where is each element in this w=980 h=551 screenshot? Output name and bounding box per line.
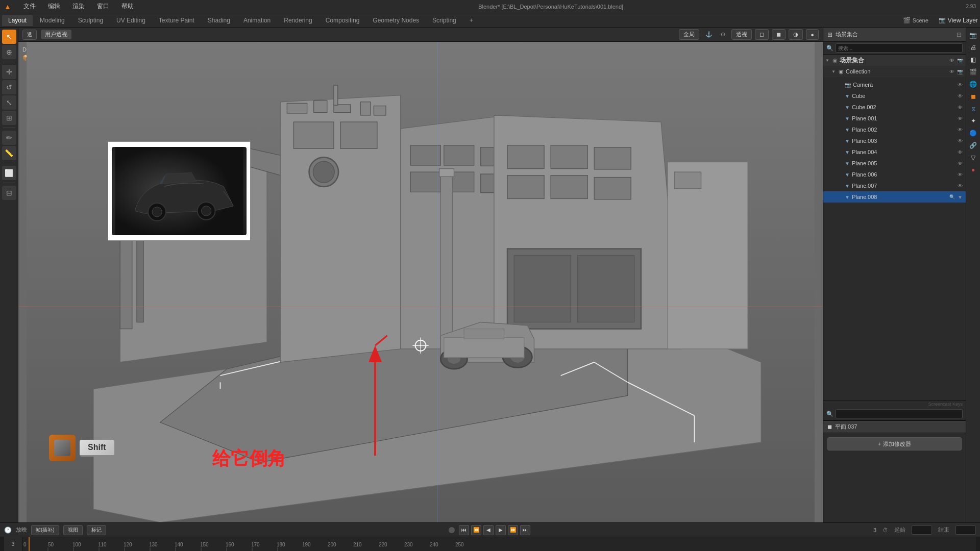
cube-vis[interactable]: 👁 xyxy=(957,92,964,99)
viewport-overlay-btn[interactable]: 透视 xyxy=(731,29,752,40)
view-layer-label[interactable]: View Layer xyxy=(948,17,978,24)
menu-edit[interactable]: 编辑 xyxy=(46,1,62,12)
tab-animation[interactable]: Animation xyxy=(237,15,277,26)
plane002-vis[interactable]: 👁 xyxy=(957,126,964,133)
collection-render-icon[interactable]: 📷 xyxy=(957,68,964,75)
markers-menu[interactable]: 标记 xyxy=(87,525,106,535)
tab-rendering[interactable]: Rendering xyxy=(278,15,318,26)
view-menu[interactable]: 视图 xyxy=(63,525,83,535)
menu-file[interactable]: 文件 xyxy=(21,1,38,12)
prop-particles-icon[interactable]: ✦ xyxy=(968,115,979,127)
tool-scale[interactable]: ⤡ xyxy=(2,95,16,110)
properties-search-input[interactable] xyxy=(836,409,963,418)
step-forward-btn[interactable]: ⏩ xyxy=(508,525,518,535)
tool-measure[interactable]: 📏 xyxy=(2,146,16,160)
skip-start-btn[interactable]: ⏮ xyxy=(459,525,469,535)
tab-add[interactable]: + xyxy=(463,15,479,26)
plane006-vis[interactable]: 👁 xyxy=(957,171,964,178)
prop-material-icon[interactable]: ● xyxy=(968,164,979,176)
cube002-vis[interactable]: 👁 xyxy=(957,104,964,111)
plane008-filter[interactable]: ▼ xyxy=(957,193,964,201)
skip-end-btn[interactable]: ⏭ xyxy=(520,525,530,535)
viewport-shading-rendered[interactable]: ● xyxy=(806,29,819,40)
fps-selector[interactable]: 帧(插补) xyxy=(31,525,59,535)
step-back-btn[interactable]: ⏪ xyxy=(471,525,481,535)
tool-extra[interactable]: ⊟ xyxy=(2,186,16,200)
visibility-icon[interactable]: 👁 xyxy=(948,57,955,64)
filter-icon[interactable]: ⊟ xyxy=(957,31,962,38)
prop-constraints-icon[interactable]: 🔗 xyxy=(968,140,979,151)
viewport-shading-wireframe[interactable]: ◻ xyxy=(755,29,769,40)
tab-modeling[interactable]: Modeling xyxy=(34,15,71,26)
outliner-item-plane003[interactable]: ▼ Plane.003 👁 xyxy=(823,135,966,146)
play-reverse-btn[interactable]: ◀ xyxy=(483,525,494,535)
outliner-item-plane001[interactable]: ▼ Plane.001 👁 xyxy=(823,113,966,124)
prop-output-icon[interactable]: 🖨 xyxy=(968,42,979,53)
prop-render-icon[interactable]: 📷 xyxy=(968,30,979,41)
tab-shading[interactable]: Shading xyxy=(202,15,236,26)
outliner-collection-item[interactable]: ▼ ◉ Collection 👁 📷 xyxy=(823,66,966,77)
tab-layout[interactable]: Layout xyxy=(2,15,33,26)
plane005-vis[interactable]: 👁 xyxy=(957,160,964,167)
plane001-vis[interactable]: 👁 xyxy=(957,115,964,122)
tool-select[interactable]: ↖ xyxy=(2,30,16,44)
tool-rotate[interactable]: ↺ xyxy=(2,80,16,94)
cube-icon: ▼ xyxy=(845,93,850,99)
prop-modifier-icon[interactable]: ⧖ xyxy=(968,103,979,114)
outliner-item-cube002[interactable]: ▼ Cube.002 👁 xyxy=(823,102,966,113)
tool-move[interactable]: ✛ xyxy=(2,65,16,79)
svg-text:110: 110 xyxy=(98,542,107,547)
tab-uv-editing[interactable]: UV Editing xyxy=(110,15,152,26)
viewport-shading-material[interactable]: ◑ xyxy=(789,29,803,40)
render-icon[interactable]: 📷 xyxy=(957,57,964,64)
frame-start-input[interactable]: 1 xyxy=(912,525,932,535)
outliner-item-camera[interactable]: 📷 Camera 👁 xyxy=(823,79,966,90)
plane004-vis[interactable]: 👁 xyxy=(957,148,964,156)
outliner-item-plane004[interactable]: ▼ Plane.004 👁 xyxy=(823,146,966,158)
viewport-mode-btn[interactable]: 用户透视 xyxy=(41,30,71,39)
tab-texture-paint[interactable]: Texture Paint xyxy=(153,15,201,26)
plane007-vis[interactable]: 👁 xyxy=(957,182,964,189)
prop-view-layer-icon[interactable]: ◧ xyxy=(968,54,979,65)
tool-transform[interactable]: ⊞ xyxy=(2,111,16,125)
viewport-3d[interactable]: 透 用户透视 全局 ⚓ ⊙ 透视 ◻ ◼ ◑ ● D: -0.009534 m … xyxy=(18,28,823,522)
outliner-item-cube[interactable]: ▼ Cube 👁 xyxy=(823,90,966,102)
tab-scripting[interactable]: Scripting xyxy=(426,15,462,26)
tool-add[interactable]: ⬜ xyxy=(2,166,16,180)
prop-object-icon[interactable]: ◼ xyxy=(968,91,979,102)
frame-end-input[interactable]: 250 xyxy=(955,525,976,535)
tab-geometry-nodes[interactable]: Geometry Nodes xyxy=(366,15,425,26)
plane-icon: ◼ xyxy=(827,423,832,430)
prop-physics-icon[interactable]: 🔵 xyxy=(968,128,979,139)
outliner-item-plane005[interactable]: ▼ Plane.005 👁 xyxy=(823,158,966,169)
play-btn[interactable]: ▶ xyxy=(496,525,506,535)
scene-label[interactable]: Scene xyxy=(913,17,928,23)
add-modifier-button[interactable]: + 添加修改器 xyxy=(827,437,962,450)
viewport-global-btn[interactable]: 全局 xyxy=(679,29,699,40)
outliner-item-plane006[interactable]: ▼ Plane.006 👁 xyxy=(823,169,966,180)
tab-sculpting[interactable]: Sculpting xyxy=(72,15,109,26)
collection-vis-icon[interactable]: 👁 xyxy=(948,68,955,75)
outliner-scene-collection[interactable]: ▼ ◉ 场景集合 👁 📷 xyxy=(823,55,966,66)
tool-annotate[interactable]: ✏ xyxy=(2,131,16,145)
svg-text:240: 240 xyxy=(430,542,438,547)
plane008-vis[interactable]: 🔍 xyxy=(948,193,955,201)
viewport-shading-solid[interactable]: ◼ xyxy=(772,29,786,40)
menu-help[interactable]: 帮助 xyxy=(119,1,136,12)
camera-vis[interactable]: 👁 xyxy=(957,81,964,88)
prop-data-icon[interactable]: ▽ xyxy=(968,152,979,163)
menu-window[interactable]: 窗口 xyxy=(95,1,111,12)
tool-cursor[interactable]: ⊕ xyxy=(2,45,16,59)
plane003-vis[interactable]: 👁 xyxy=(957,137,964,144)
viewport-perspective-btn[interactable]: 透 xyxy=(22,30,37,40)
outliner-search-input[interactable] xyxy=(836,43,963,53)
prop-world-icon[interactable]: 🌐 xyxy=(968,79,979,90)
outliner-item-plane002[interactable]: ▼ Plane.002 👁 xyxy=(823,124,966,135)
timeline-ruler[interactable]: 0 50 100 110 120 130 140 150 160 170 180… xyxy=(22,537,976,552)
menu-render[interactable]: 渲染 xyxy=(70,1,87,12)
prop-scene-icon[interactable]: 🎬 xyxy=(968,66,979,78)
tab-compositing[interactable]: Compositing xyxy=(320,15,366,26)
outliner-item-plane007[interactable]: ▼ Plane.007 👁 xyxy=(823,180,966,191)
toolbar-separator-1 xyxy=(3,62,15,62)
outliner-item-plane008[interactable]: ▼ Plane.008 🔍 ▼ xyxy=(823,191,966,203)
